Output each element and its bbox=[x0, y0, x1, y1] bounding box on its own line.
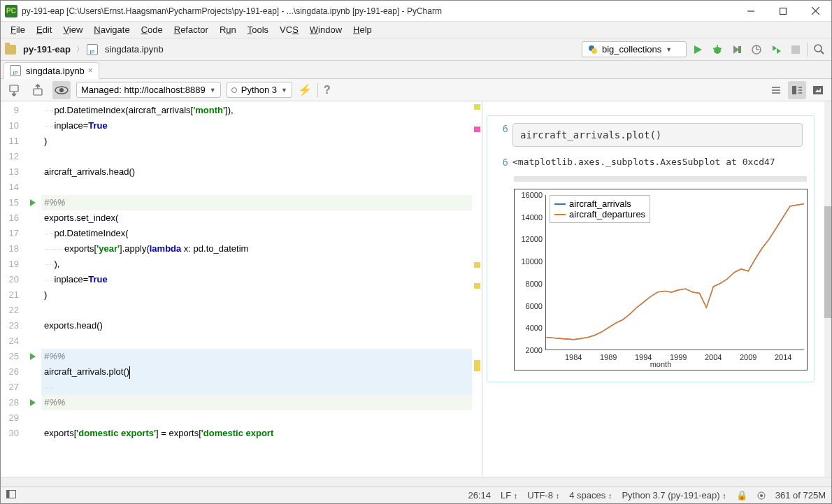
chart-xlabel: month bbox=[650, 360, 672, 368]
view-code-button[interactable] bbox=[767, 81, 785, 99]
status-position[interactable]: 26:14 bbox=[468, 490, 491, 501]
titlebar: PC py-191-eap [C:\Users\Ernst.Haagsman\P… bbox=[1, 1, 831, 22]
chevron-down-icon: ▼ bbox=[281, 87, 287, 94]
preview-toggle-button[interactable] bbox=[52, 81, 71, 99]
kernel-dropdown[interactable]: Python 3 ▼ bbox=[227, 82, 292, 98]
svg-marker-16 bbox=[773, 45, 777, 51]
status-memory[interactable]: 361 of 725M bbox=[775, 490, 826, 501]
kernel-label: Python 3 bbox=[241, 85, 277, 95]
window-title: py-191-eap [C:\Users\Ernst.Haagsman\Pych… bbox=[22, 6, 735, 16]
breadcrumb-project[interactable]: py-191-eap bbox=[20, 43, 73, 55]
debug-button[interactable] bbox=[709, 41, 726, 58]
nav-toolbar: py-191-eap 〉 IP singdata.ipynb big_colle… bbox=[1, 38, 831, 61]
minimize-button[interactable] bbox=[735, 1, 767, 22]
notebook-toolbar: Managed: http://localhost:8889 ▼ Python … bbox=[1, 79, 831, 101]
svg-marker-11 bbox=[733, 45, 739, 54]
chart-legend: aircraft_arrivals aircraft_departures bbox=[550, 195, 650, 223]
statusbar: 26:14 LF ↕ UTF-8 ↕ 4 spaces ↕ Python 3.7… bbox=[1, 487, 831, 503]
menu-run[interactable]: Run bbox=[215, 23, 241, 36]
menu-tools[interactable]: Tools bbox=[243, 23, 273, 36]
menu-navigate[interactable]: Navigate bbox=[89, 23, 134, 36]
menu-file[interactable]: File bbox=[6, 23, 29, 36]
marker-stripe bbox=[472, 101, 482, 477]
folder-icon bbox=[5, 45, 16, 55]
status-git-icon[interactable]: 🔒 bbox=[736, 490, 747, 501]
server-dropdown[interactable]: Managed: http://localhost:8889 ▼ bbox=[76, 82, 221, 98]
status-lineend[interactable]: LF bbox=[501, 490, 511, 501]
maximize-button[interactable] bbox=[767, 1, 799, 22]
svg-marker-17 bbox=[777, 48, 781, 54]
menu-view[interactable]: View bbox=[59, 23, 87, 36]
close-icon[interactable]: × bbox=[88, 66, 93, 75]
output-cell-code: aircraft_arrivals.plot() bbox=[512, 123, 803, 147]
svg-point-19 bbox=[815, 45, 822, 52]
line-gutter: 910 1112 1314 1516 1718 1920 2122 2324 2… bbox=[1, 101, 24, 477]
chevron-down-icon: ▼ bbox=[210, 87, 216, 94]
tab-label: singdata.ipynb bbox=[26, 66, 85, 76]
run-gutter bbox=[24, 101, 41, 477]
status-encoding[interactable]: UTF-8 bbox=[527, 490, 553, 501]
chevron-right-icon: 〉 bbox=[76, 44, 84, 55]
status-indent[interactable]: 4 spaces bbox=[569, 490, 605, 501]
editor-tabs: IP singdata.ipynb × bbox=[1, 61, 831, 79]
run-cell-button[interactable] bbox=[24, 349, 41, 364]
profile-button[interactable] bbox=[748, 41, 765, 58]
concurrency-button[interactable] bbox=[768, 41, 784, 58]
svg-rect-37 bbox=[7, 491, 10, 498]
run-cell-button[interactable] bbox=[24, 195, 41, 210]
breadcrumb-file[interactable]: singdata.ipynb bbox=[102, 43, 166, 55]
scrollbar[interactable] bbox=[824, 101, 831, 477]
horizontal-scrollbar[interactable] bbox=[1, 477, 831, 487]
run-cell-button[interactable] bbox=[24, 395, 41, 410]
svg-line-9 bbox=[713, 48, 715, 49]
run-config-label: big_collections bbox=[602, 44, 661, 55]
menu-help[interactable]: Help bbox=[349, 23, 376, 36]
svg-point-39 bbox=[760, 494, 763, 497]
menubar: File Edit View Navigate Code Refactor Ru… bbox=[1, 22, 831, 38]
run-config-dropdown[interactable]: big_collections ▼ bbox=[582, 41, 687, 57]
output-panel: 6 aircraft_arrivals.plot() 6 <matplotlib… bbox=[482, 101, 824, 477]
search-everywhere-button[interactable] bbox=[810, 41, 827, 58]
svg-line-10 bbox=[719, 48, 722, 49]
divider bbox=[317, 83, 318, 97]
svg-point-7 bbox=[714, 47, 721, 54]
output-separator bbox=[514, 176, 807, 182]
menu-refactor[interactable]: Refactor bbox=[170, 23, 213, 36]
svg-rect-1 bbox=[780, 8, 787, 14]
cell-in-number: 6 bbox=[492, 123, 508, 134]
svg-rect-23 bbox=[34, 89, 42, 95]
svg-rect-30 bbox=[792, 86, 796, 94]
code-editor[interactable]: ····pd.DatetimeIndex(aircraft_arrivals['… bbox=[41, 101, 472, 477]
svg-rect-18 bbox=[791, 45, 800, 54]
svg-rect-12 bbox=[738, 46, 741, 53]
chevron-down-icon: ▼ bbox=[666, 46, 672, 53]
status-interpreter[interactable]: Python 3.7 (py-191-eap) bbox=[622, 490, 719, 501]
menu-window[interactable]: Window bbox=[306, 23, 346, 36]
cell-out-number: 6 bbox=[492, 157, 508, 168]
close-button[interactable] bbox=[799, 1, 831, 22]
tab-singdata[interactable]: IP singdata.ipynb × bbox=[3, 62, 99, 79]
view-preview-button[interactable] bbox=[809, 81, 827, 99]
output-chart: aircraft_arrivals aircraft_departures mo… bbox=[514, 189, 808, 370]
svg-marker-6 bbox=[694, 45, 702, 54]
tool-window-button[interactable] bbox=[6, 490, 16, 501]
notebook-icon: IP bbox=[10, 65, 21, 76]
status-inspections[interactable] bbox=[757, 491, 766, 500]
stop-button[interactable] bbox=[787, 41, 804, 58]
notebook-icon: IP bbox=[87, 44, 98, 55]
run-button[interactable] bbox=[689, 41, 706, 58]
menu-vcs[interactable]: VCS bbox=[275, 23, 303, 36]
coverage-button[interactable] bbox=[729, 41, 745, 58]
svg-point-26 bbox=[59, 88, 64, 92]
server-label: Managed: http://localhost:8889 bbox=[81, 85, 206, 95]
menu-edit[interactable]: Edit bbox=[32, 23, 56, 36]
svg-line-20 bbox=[821, 51, 824, 54]
view-split-button[interactable] bbox=[788, 81, 806, 99]
python-icon bbox=[588, 45, 598, 55]
menu-code[interactable]: Code bbox=[137, 23, 167, 36]
svg-rect-21 bbox=[10, 85, 18, 92]
add-cell-above-button[interactable] bbox=[29, 81, 47, 99]
trusted-icon[interactable]: ⚡ bbox=[298, 83, 312, 96]
add-cell-below-button[interactable] bbox=[5, 81, 23, 99]
help-icon[interactable]: ? bbox=[324, 84, 331, 96]
